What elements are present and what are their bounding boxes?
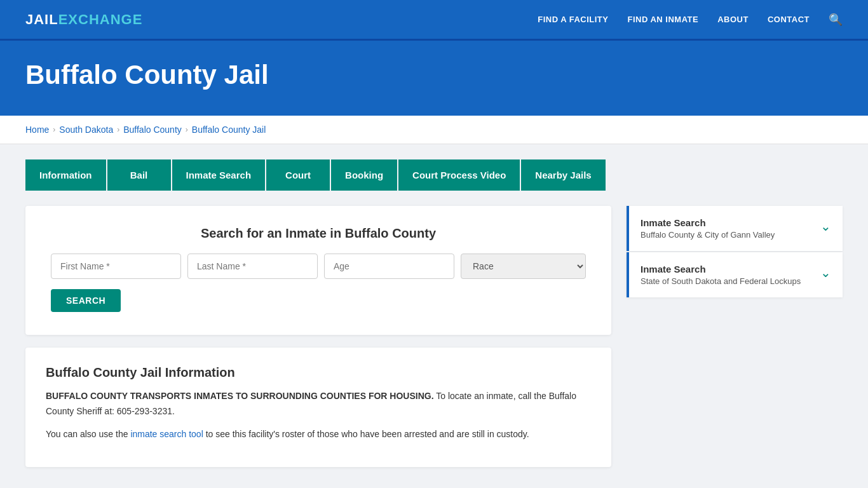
race-select[interactable]: Race White Black Hispanic Asian Other	[461, 254, 586, 279]
sidebar-card-county[interactable]: Inmate Search Buffalo County & City of G…	[627, 206, 843, 251]
sidebar-card-state-sub: State of South Dakota and Federal Lockup…	[641, 276, 801, 286]
site-header: JAILEXCHANGE FIND A FACILITY FIND AN INM…	[0, 0, 868, 41]
tabs-container: Information Bail Inmate Search Court Boo…	[25, 159, 843, 191]
sidebar-card-county-text: Inmate Search Buffalo County & City of G…	[641, 217, 775, 240]
header-search-button[interactable]: 🔍	[829, 13, 843, 27]
page-title: Buffalo County Jail	[25, 60, 843, 90]
tab-information[interactable]: Information	[25, 159, 106, 191]
info-paragraph-1: BUFFALO COUNTY TRANSPORTS INMATES TO SUR…	[46, 389, 591, 419]
info-p2-prefix: You can also use the	[46, 429, 130, 439]
chevron-down-icon-1: ⌄	[820, 219, 831, 234]
breadcrumb-bar: Home › South Dakota › Buffalo County › B…	[0, 116, 868, 144]
inmate-search-box: Search for an Inmate in Buffalo County R…	[25, 206, 611, 335]
tabs-bar: Information Bail Inmate Search Court Boo…	[0, 144, 868, 191]
sidebar-card-state-text: Inmate Search State of South Dakota and …	[641, 264, 801, 286]
chevron-down-icon-2: ⌄	[820, 265, 831, 280]
info-title: Buffalo County Jail Information	[46, 365, 591, 380]
tab-booking[interactable]: Booking	[331, 159, 397, 191]
nav-about[interactable]: ABOUT	[717, 15, 749, 24]
tab-bail[interactable]: Bail	[107, 159, 171, 191]
breadcrumb-sep-2: ›	[117, 125, 119, 134]
breadcrumb: Home › South Dakota › Buffalo County › B…	[25, 125, 843, 135]
breadcrumb-county[interactable]: Buffalo County	[123, 125, 182, 135]
last-name-input[interactable]	[187, 254, 318, 279]
breadcrumb-facility[interactable]: Buffalo County Jail	[192, 125, 266, 135]
sidebar-card-state[interactable]: Inmate Search State of South Dakota and …	[627, 252, 843, 297]
main-content: Search for an Inmate in Buffalo County R…	[25, 206, 611, 467]
breadcrumb-sep-3: ›	[186, 125, 188, 134]
age-input[interactable]	[324, 254, 454, 279]
tab-court[interactable]: Court	[266, 159, 330, 191]
tab-court-process-video[interactable]: Court Process Video	[398, 159, 520, 191]
nav-find-inmate[interactable]: FIND AN INMATE	[627, 15, 698, 24]
logo-exchange: EXCHANGE	[58, 11, 143, 28]
info-box: Buffalo County Jail Information BUFFALO …	[25, 348, 611, 467]
first-name-input[interactable]	[51, 254, 181, 279]
logo-jail: JAIL	[25, 11, 58, 28]
breadcrumb-home[interactable]: Home	[25, 125, 49, 135]
tab-inmate-search[interactable]: Inmate Search	[172, 159, 266, 191]
sidebar-card-county-label: Inmate Search	[641, 217, 775, 228]
sidebar-card-county-sub: Buffalo County & City of Gann Valley	[641, 230, 775, 240]
inmate-search-tool-link[interactable]: inmate search tool	[130, 429, 203, 439]
search-button[interactable]: SEARCH	[51, 289, 121, 312]
tab-nearby-jails[interactable]: Nearby Jails	[521, 159, 605, 191]
nav-find-facility[interactable]: FIND A FACILITY	[538, 15, 608, 24]
hero-section: Buffalo County Jail	[0, 41, 868, 116]
breadcrumb-state[interactable]: South Dakota	[59, 125, 113, 135]
sidebar-card-state-label: Inmate Search	[641, 264, 801, 274]
nav-contact[interactable]: CONTACT	[768, 15, 810, 24]
sidebar: Inmate Search Buffalo County & City of G…	[627, 206, 843, 297]
site-logo[interactable]: JAILEXCHANGE	[25, 11, 142, 28]
info-p2-suffix: to see this facility's roster of those w…	[203, 429, 529, 439]
info-bold-text: BUFFALO COUNTY TRANSPORTS INMATES TO SUR…	[46, 391, 434, 401]
main-nav: FIND A FACILITY FIND AN INMATE ABOUT CON…	[538, 13, 843, 27]
content-area: Search for an Inmate in Buffalo County R…	[0, 191, 868, 482]
info-paragraph-2: You can also use the inmate search tool …	[46, 427, 591, 442]
search-inputs-row: Race White Black Hispanic Asian Other	[51, 254, 586, 279]
search-title: Search for an Inmate in Buffalo County	[51, 226, 586, 241]
breadcrumb-sep-1: ›	[53, 125, 55, 134]
